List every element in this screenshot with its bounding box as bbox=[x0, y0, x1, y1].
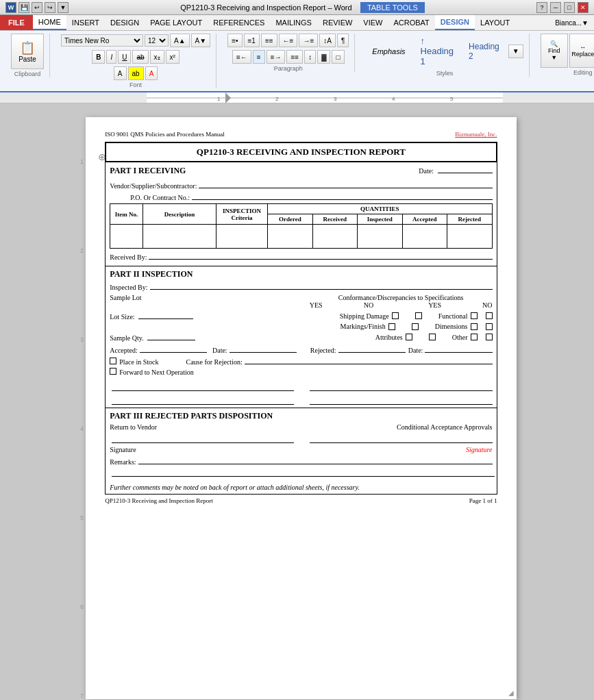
replace-button[interactable]: ↔ Replace bbox=[569, 34, 594, 68]
item-no-cell[interactable] bbox=[110, 225, 143, 249]
heading1-style[interactable]: ↑ Heading 1 bbox=[414, 34, 460, 68]
attributes-no-checkbox[interactable] bbox=[429, 334, 436, 340]
rejected-date-input[interactable] bbox=[425, 345, 492, 353]
accepted-date-input[interactable] bbox=[230, 345, 297, 353]
other-yes-checkbox[interactable] bbox=[471, 334, 478, 340]
show-marks-button[interactable]: ¶ bbox=[337, 34, 349, 47]
description-cell[interactable] bbox=[143, 225, 216, 249]
multilevel-button[interactable]: ≡≡ bbox=[261, 34, 277, 47]
rejected-input[interactable] bbox=[338, 345, 406, 353]
underline-button[interactable]: U bbox=[118, 50, 131, 64]
align-left-button[interactable]: ≡← bbox=[232, 50, 251, 64]
text-effect-button[interactable]: A bbox=[114, 66, 127, 80]
cause-for-rejection-input[interactable] bbox=[245, 356, 493, 364]
shading-button[interactable]: ▓ bbox=[317, 50, 330, 64]
insert-menu[interactable]: INSERT bbox=[66, 15, 105, 30]
bold-button[interactable]: B bbox=[92, 50, 105, 64]
markings-yes-checkbox[interactable] bbox=[388, 323, 395, 330]
view-menu[interactable]: VIEW bbox=[358, 15, 388, 30]
received-cell[interactable] bbox=[312, 225, 357, 249]
part2-sig-line-2[interactable] bbox=[310, 383, 492, 391]
line-spacing-button[interactable]: ↕ bbox=[304, 50, 316, 64]
part3-sig-line-2[interactable] bbox=[310, 435, 492, 443]
inspected-cell[interactable] bbox=[358, 225, 402, 249]
dimensions-yes-checkbox[interactable] bbox=[471, 323, 478, 330]
find-button[interactable]: 🔍 Find ▼ bbox=[541, 34, 568, 68]
remarks-input[interactable] bbox=[138, 456, 493, 464]
accepted-cell[interactable] bbox=[402, 225, 447, 249]
redo-icon[interactable]: ↪ bbox=[45, 2, 55, 13]
bullets-button[interactable]: ≡• bbox=[227, 34, 242, 47]
shrink-font-button[interactable]: A▼ bbox=[191, 34, 211, 47]
design-menu[interactable]: DESIGN bbox=[105, 15, 145, 30]
markings-no-checkbox[interactable] bbox=[412, 323, 419, 330]
font-color-button[interactable]: A bbox=[145, 66, 158, 80]
date-input[interactable] bbox=[438, 165, 493, 173]
numbering-button[interactable]: ≡1 bbox=[244, 34, 260, 47]
justify-button[interactable]: ≡≡ bbox=[286, 50, 303, 64]
remarks-extra-input[interactable] bbox=[112, 468, 494, 477]
table-layout-menu[interactable]: LAYOUT bbox=[475, 15, 515, 30]
superscript-button[interactable]: x² bbox=[166, 50, 180, 64]
lot-size-input[interactable] bbox=[138, 311, 193, 319]
close-icon[interactable]: ✕ bbox=[578, 2, 589, 13]
place-in-stock-checkbox[interactable] bbox=[110, 358, 116, 364]
heading2-style[interactable]: Heading 2 bbox=[462, 40, 506, 63]
file-menu[interactable]: FILE bbox=[0, 15, 33, 30]
review-menu[interactable]: REVIEW bbox=[317, 15, 358, 30]
align-center-button[interactable]: ≡ bbox=[253, 50, 265, 64]
add-row-marker[interactable]: ⊕ bbox=[98, 151, 106, 163]
part2-extra-line-1[interactable] bbox=[112, 397, 294, 405]
functional-yes-checkbox[interactable] bbox=[471, 312, 478, 319]
part2-extra-line-2[interactable] bbox=[310, 397, 492, 405]
received-by-input[interactable] bbox=[149, 251, 492, 260]
increase-indent-button[interactable]: →≡ bbox=[299, 34, 318, 47]
styles-scroll-down[interactable]: ▼ bbox=[508, 45, 523, 58]
help-icon[interactable]: ? bbox=[536, 2, 547, 13]
emphasis-style[interactable]: Emphasis bbox=[366, 45, 411, 58]
shipping-damage-no-checkbox[interactable] bbox=[415, 312, 422, 319]
resize-handle[interactable]: ◢ bbox=[508, 689, 514, 697]
inspection-criteria-cell[interactable] bbox=[216, 225, 268, 249]
decrease-indent-button[interactable]: ←≡ bbox=[279, 34, 298, 47]
functional-no-checkbox[interactable] bbox=[486, 312, 493, 319]
dimensions-no-checkbox[interactable] bbox=[486, 323, 493, 330]
rejected-cell[interactable] bbox=[447, 225, 493, 249]
forward-checkbox[interactable] bbox=[110, 368, 116, 375]
paste-button[interactable]: 📋 Paste bbox=[11, 34, 44, 69]
references-menu[interactable]: REFERENCES bbox=[208, 15, 270, 30]
font-size-select[interactable]: 12 bbox=[145, 34, 169, 47]
inspected-by-input[interactable] bbox=[150, 282, 493, 290]
subscript-button[interactable]: x₂ bbox=[150, 50, 164, 64]
font-name-select[interactable]: Times New Ro bbox=[61, 34, 143, 47]
table-design-menu[interactable]: DESIGN bbox=[435, 15, 475, 30]
shipping-damage-yes-checkbox[interactable] bbox=[392, 312, 399, 319]
user-dropdown[interactable]: ▼ bbox=[582, 19, 589, 27]
save-icon[interactable]: 💾 bbox=[18, 2, 29, 13]
strikethrough-button[interactable]: ab bbox=[132, 50, 148, 64]
other-no-checkbox[interactable] bbox=[486, 334, 493, 340]
home-menu[interactable]: HOME bbox=[33, 15, 66, 30]
accepted-input[interactable] bbox=[140, 345, 207, 353]
highlight-button[interactable]: ab bbox=[128, 66, 144, 80]
undo-icon[interactable]: ↩ bbox=[32, 2, 42, 13]
acrobat-menu[interactable]: ACROBAT bbox=[388, 15, 434, 30]
ordered-cell[interactable] bbox=[268, 225, 312, 249]
restore-icon[interactable]: □ bbox=[564, 2, 575, 13]
po-input[interactable] bbox=[192, 192, 493, 200]
borders-button[interactable]: □ bbox=[332, 50, 344, 64]
table-row[interactable] bbox=[110, 225, 492, 249]
minimize-icon[interactable]: ─ bbox=[550, 2, 561, 13]
part2-sig-line-1[interactable] bbox=[112, 383, 294, 391]
vendor-input[interactable] bbox=[199, 180, 492, 188]
grow-font-button[interactable]: A▲ bbox=[170, 34, 190, 47]
attributes-yes-checkbox[interactable] bbox=[406, 334, 412, 340]
align-right-button[interactable]: ≡→ bbox=[267, 50, 286, 64]
part3-sig-line-1[interactable] bbox=[112, 435, 294, 443]
customize-icon[interactable]: ▼ bbox=[58, 2, 69, 13]
sort-button[interactable]: ↕A bbox=[319, 34, 336, 47]
italic-button[interactable]: I bbox=[106, 50, 116, 64]
mailings-menu[interactable]: MAILINGS bbox=[270, 15, 317, 30]
sample-qty-input[interactable] bbox=[147, 332, 195, 340]
page-layout-menu[interactable]: PAGE LAYOUT bbox=[145, 15, 208, 30]
